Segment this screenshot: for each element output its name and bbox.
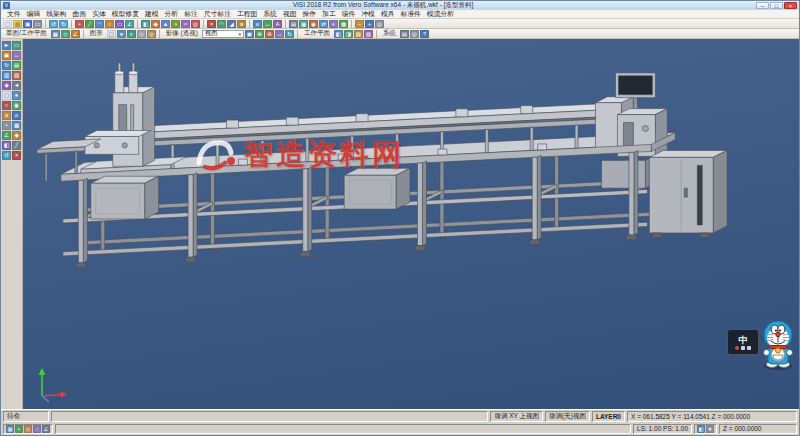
surface-icon[interactable]: ◧	[141, 20, 150, 28]
redo-icon[interactable]: ↻	[59, 20, 68, 28]
machining-icon[interactable]: +	[365, 20, 374, 28]
workplane-indicator-icon[interactable]: ◧	[697, 425, 705, 433]
ime-mode-label[interactable]: 中	[739, 335, 748, 345]
layers-icon[interactable]: ▤	[289, 20, 298, 28]
mask-solids-icon[interactable]: ◆	[12, 131, 21, 140]
ortho-toggle-icon[interactable]: ∠	[42, 425, 50, 433]
axis-toggle-icon[interactable]: ∠	[2, 131, 11, 140]
menu-item[interactable]: 标准件	[397, 10, 423, 19]
ucs-icon[interactable]: ∠	[71, 30, 80, 38]
point-icon[interactable]: •	[75, 20, 84, 28]
status-scale[interactable]: LS: 1.00 PS: 1.00	[633, 424, 692, 435]
mask-surfaces-icon[interactable]: ◧	[2, 141, 11, 150]
circle-icon[interactable]: ○	[105, 20, 114, 28]
status-nudge-mode[interactable]: 微调 XY 上视图	[490, 411, 543, 422]
plane-yz-icon[interactable]: ▧	[354, 30, 363, 38]
snap-center-icon[interactable]: ○	[33, 425, 41, 433]
workplane-icon[interactable]: ◇	[61, 30, 70, 38]
solid-icon[interactable]: ◆	[151, 20, 160, 28]
menu-item[interactable]: 模型修复	[109, 10, 142, 19]
arc-icon[interactable]: ◠	[95, 20, 104, 28]
refresh-icon[interactable]: ↺	[2, 151, 11, 160]
plane-custom-icon[interactable]: ▨	[364, 30, 373, 38]
menu-item[interactable]: 尺寸标注	[201, 10, 234, 19]
array-icon[interactable]: ▩	[339, 20, 348, 28]
offset-icon[interactable]: ≡	[237, 20, 246, 28]
shaded-edges-icon[interactable]: ◐	[127, 30, 136, 38]
menu-item[interactable]: 冲模	[358, 10, 378, 19]
mirror-icon[interactable]: ◐	[329, 20, 338, 28]
measure-icon[interactable]: ⌀	[253, 20, 262, 28]
status-view-mode[interactable]: 微调(无)视图	[545, 411, 590, 422]
trim-icon[interactable]: ×	[207, 20, 216, 28]
menu-item[interactable]: 镶件	[339, 10, 359, 19]
settings-icon[interactable]: ◎	[375, 20, 384, 28]
menu-item[interactable]: 系统	[260, 10, 280, 19]
print-icon[interactable]: ▭	[33, 20, 42, 28]
help-icon[interactable]: ?	[420, 30, 429, 38]
undo-icon[interactable]: ↺	[49, 20, 58, 28]
snap-end-icon[interactable]: •	[15, 425, 23, 433]
sweep-icon[interactable]: ≈	[181, 20, 190, 28]
attributes-icon[interactable]: ▦	[299, 20, 308, 28]
polyline-icon[interactable]: ∠	[125, 20, 134, 28]
select-icon[interactable]: ►	[2, 41, 11, 50]
save-icon[interactable]: ▣	[23, 20, 32, 28]
open-folder-icon[interactable]: ▨	[13, 20, 22, 28]
chamfer-icon[interactable]: ◢	[227, 20, 236, 28]
menu-item[interactable]: 建模	[142, 10, 162, 19]
extrude-icon[interactable]: ▲	[161, 20, 170, 28]
shaded-icon[interactable]: ●	[117, 30, 126, 38]
menu-item[interactable]: 分析	[162, 10, 182, 19]
plane-xz-icon[interactable]: ◨	[344, 30, 353, 38]
analysis-icon[interactable]: ~	[355, 20, 364, 28]
rotate-view-icon[interactable]: ↻	[285, 30, 294, 38]
line-icon[interactable]: ╱	[85, 20, 94, 28]
hidden-line-icon[interactable]: ◇	[137, 30, 146, 38]
orbit-icon[interactable]: ↻	[2, 61, 11, 70]
menu-item[interactable]: 模具	[378, 10, 398, 19]
plane-xy-icon[interactable]: ◧	[334, 30, 343, 38]
pan-view-icon[interactable]: ↔	[12, 51, 21, 60]
revolve-icon[interactable]: ◑	[171, 20, 180, 28]
menu-item[interactable]: 工程图	[234, 10, 260, 19]
depth-lock-icon[interactable]: ▼	[706, 425, 714, 433]
mask-icon[interactable]: ◉	[309, 20, 318, 28]
menu-item[interactable]: 文件	[4, 10, 24, 19]
hide-entity-icon[interactable]: ○	[2, 101, 11, 110]
menu-item[interactable]: 标注	[181, 10, 201, 19]
snap-grid-icon[interactable]: ▦	[6, 425, 14, 433]
side-view-icon[interactable]: ▨	[12, 71, 21, 80]
wireframe-icon[interactable]: ▢	[107, 30, 116, 38]
status-depth[interactable]: Z = 000.0000	[719, 424, 797, 435]
front-view-icon[interactable]: ▥	[2, 71, 11, 80]
zoom-all-icon[interactable]: ▣	[2, 51, 11, 60]
rectangle-icon[interactable]: ▭	[115, 20, 124, 28]
menu-item[interactable]: 线架构	[43, 10, 69, 19]
transform-icon[interactable]: ⇄	[319, 20, 328, 28]
erase-icon[interactable]: ×	[12, 151, 21, 160]
menu-item[interactable]: 实体	[89, 10, 109, 19]
3d-viewport[interactable]: 智造资料网 中	[23, 39, 799, 409]
close-button[interactable]: ×	[784, 2, 797, 9]
point-snap-icon[interactable]: •	[2, 121, 11, 130]
zoom-window-icon[interactable]: ▭	[12, 41, 21, 50]
sketch-grid-icon[interactable]: ▦	[51, 30, 60, 38]
view-select[interactable]: 视图▾	[202, 30, 244, 38]
new-file-icon[interactable]: ▢	[3, 20, 12, 28]
layer-manager-icon[interactable]: ▤	[400, 30, 409, 38]
zoom-fit-icon[interactable]: ▣	[245, 30, 254, 38]
minimize-button[interactable]: –	[756, 2, 769, 9]
menu-item[interactable]: 操作	[300, 10, 320, 19]
menu-item[interactable]: 视图	[280, 10, 300, 19]
transparency-icon[interactable]: ◎	[147, 30, 156, 38]
pan-icon[interactable]: ↔	[275, 30, 284, 38]
show-all-icon[interactable]: ◉	[12, 101, 21, 110]
shell-icon[interactable]: ◎	[191, 20, 200, 28]
status-layer[interactable]: LAYER0	[592, 411, 625, 422]
menu-item[interactable]: 曲面	[70, 10, 90, 19]
grid-toggle-icon[interactable]: ▦	[12, 121, 21, 130]
options-icon[interactable]: ◎	[410, 30, 419, 38]
wireframe-mode-icon[interactable]: ▢	[2, 91, 11, 100]
menu-item[interactable]: 编辑	[24, 10, 44, 19]
